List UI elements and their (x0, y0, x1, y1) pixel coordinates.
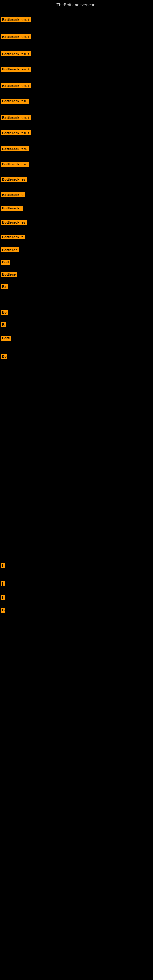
bottleneck-badge-container-26: B (1, 608, 5, 614)
bottleneck-badge: Bottleneck re (1, 192, 25, 197)
bottleneck-badge-container-5: Bottleneck resu (1, 99, 29, 105)
bottleneck-badge: | (1, 581, 5, 586)
bottleneck-badge-container-14: Bottleneck re (1, 235, 25, 241)
bottleneck-badge: Bo (1, 310, 8, 315)
bottleneck-badge-container-25: | (1, 595, 5, 601)
bottleneck-badge: Bottlenec (1, 247, 19, 252)
bottleneck-badge-container-1: Bottleneck result (1, 34, 31, 40)
bottleneck-badge-container-21: Bottl (1, 336, 11, 342)
bottleneck-badge: Bottleneck r (1, 206, 23, 211)
bottleneck-badge-container-17: Bottlene (1, 272, 17, 278)
bottleneck-badge-container-11: Bottleneck re (1, 192, 25, 199)
bottleneck-badge: Bo (1, 354, 7, 359)
bottleneck-badge-container-15: Bottlenec (1, 247, 19, 254)
bottleneck-badge: B (1, 608, 5, 612)
bottleneck-badge: Bott (1, 260, 10, 265)
bottleneck-badge: | (1, 595, 5, 600)
bottleneck-badge-container-3: Bottleneck result (1, 67, 31, 73)
bottleneck-badge: Bottlene (1, 272, 17, 277)
bottleneck-badge: Bottleneck result (1, 83, 31, 88)
site-title: TheBottlenecker.com (0, 0, 153, 9)
bottleneck-badge: Bottleneck resu (1, 99, 29, 103)
bottleneck-badge: Bottleneck result (1, 17, 31, 22)
bottleneck-badge-container-20: B (1, 322, 5, 328)
bottleneck-badge: Bottleneck re (1, 235, 25, 240)
bottleneck-badge: Bottleneck result (1, 67, 31, 72)
bottleneck-badge-container-9: Bottleneck resu (1, 162, 29, 168)
bottleneck-badge-container-12: Bottleneck r (1, 206, 23, 212)
bottleneck-badge: Bottl (1, 336, 11, 340)
bottleneck-badge-container-10: Bottleneck res (1, 177, 27, 183)
bottleneck-badge-container-24: | (1, 581, 5, 587)
bottleneck-badge: Bo (1, 284, 8, 289)
bottleneck-badge-container-13: Bottleneck res (1, 220, 27, 226)
bottleneck-badge: Bottleneck result (1, 115, 31, 120)
bottleneck-badge: B (1, 322, 5, 327)
bottleneck-badge-container-8: Bottleneck resu (1, 146, 29, 153)
bottleneck-badge: | (1, 563, 5, 568)
bottleneck-badge-container-0: Bottleneck result (1, 17, 31, 23)
bottleneck-badge: Bottleneck res (1, 220, 27, 225)
bottleneck-badge: Bottleneck resu (1, 162, 29, 167)
bottleneck-badge-container-2: Bottleneck result (1, 51, 31, 57)
bottleneck-badge: Bottleneck res (1, 177, 27, 182)
bottleneck-badge: Bottleneck resu (1, 146, 29, 151)
bottleneck-badge: Bottleneck result (1, 130, 31, 135)
bottleneck-badge-container-6: Bottleneck result (1, 115, 31, 121)
bottleneck-badge-container-16: Bott (1, 260, 10, 266)
bottleneck-badge-container-22: Bo (1, 354, 7, 360)
bottleneck-badge: Bottleneck result (1, 51, 31, 56)
bottleneck-badge: Bottleneck result (1, 34, 31, 39)
bottleneck-badge-container-19: Bo (1, 310, 8, 316)
bottleneck-badge-container-18: Bo (1, 284, 8, 290)
bottleneck-badge-container-23: | (1, 563, 5, 569)
bottleneck-badge-container-7: Bottleneck result (1, 130, 31, 137)
bottleneck-badge-container-4: Bottleneck result (1, 83, 31, 89)
